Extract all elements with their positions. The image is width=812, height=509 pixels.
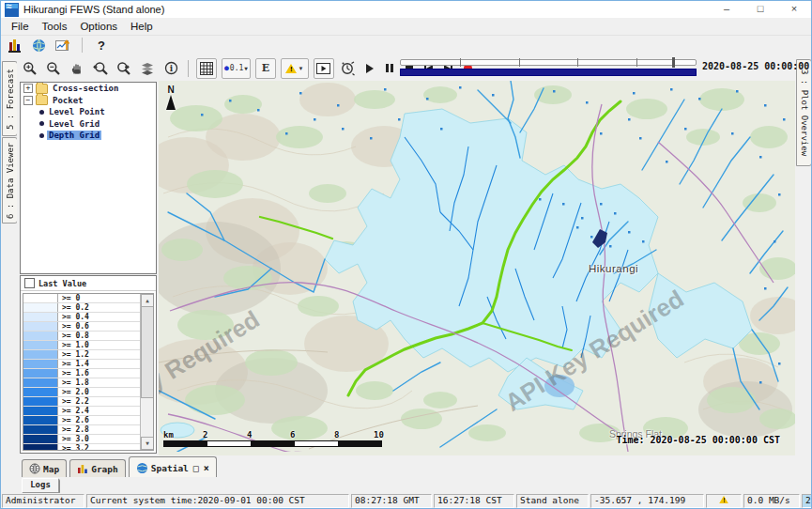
legend-row[interactable]: >= 1.2 [23, 350, 141, 360]
legend-row[interactable]: >= 2.8 [23, 425, 141, 435]
warning-dropdown[interactable]: ▼ [281, 58, 309, 79]
tree-item-level-grid[interactable]: Level Grid [21, 118, 156, 131]
legend-label: >= 1.0 [58, 341, 89, 349]
tree-item-depth-grid[interactable]: Depth Grid [21, 130, 156, 142]
town-label: Hikurangi [589, 263, 638, 274]
legend-label: >= 1.8 [58, 378, 89, 387]
legend-label: >= 2.2 [58, 397, 89, 406]
zoom-next-icon[interactable] [115, 59, 133, 78]
zoom-in-icon[interactable] [21, 59, 39, 78]
map-canvas[interactable] [159, 81, 795, 452]
menu-tools[interactable]: Tools [36, 20, 74, 33]
expand-icon[interactable]: + [23, 84, 33, 93]
legend-row[interactable]: >= 2.4 [23, 407, 141, 416]
status-system-time: Current system time:2020-09-01 00:00 CST [86, 494, 349, 508]
menu-file[interactable]: File [5, 20, 36, 33]
tab-data-viewer[interactable]: 6 : Data Viewer [2, 137, 18, 224]
scroll-down-icon[interactable]: ▼ [141, 437, 154, 450]
legend-row[interactable]: >= 1.4 [23, 360, 141, 369]
tab-graph[interactable]: Graph [69, 459, 126, 477]
tab-spatial[interactable]: Spatial □ × [129, 456, 217, 478]
legend-swatch [23, 444, 58, 451]
map-time-label: Time: 2020-08-25 00:00:00 CST [616, 435, 780, 445]
tab-close-icon[interactable]: × [204, 463, 209, 473]
legend-row[interactable]: >= 3.2 [23, 444, 141, 451]
logs-button[interactable]: Logs [22, 478, 59, 493]
status-gmt-time: 08:27:18 GMT [351, 494, 432, 508]
time-navigator-icon[interactable] [339, 59, 358, 78]
legend-list: >= 0>= 0.2>= 0.4>= 0.6>= 0.8>= 1.0>= 1.2… [23, 294, 141, 450]
legend-swatch [23, 360, 58, 368]
tree-item-level-point[interactable]: Level Point [21, 106, 156, 118]
menu-bar: File Tools Options Help [1, 18, 811, 36]
layer-tree: + Cross-section − Pocket Level Point Lev… [20, 82, 157, 274]
pan-hand-icon[interactable] [68, 59, 86, 78]
legend-swatch [23, 313, 58, 321]
chart-export-icon[interactable] [54, 36, 72, 54]
legend-row[interactable]: >= 1.0 [23, 341, 141, 350]
tab-forecast[interactable]: 5 : Forecast [2, 61, 18, 136]
legend-row[interactable]: >= 0.4 [23, 313, 141, 322]
menu-options[interactable]: Options [73, 20, 124, 33]
collapse-icon[interactable]: − [23, 96, 33, 105]
legend-swatch [23, 350, 58, 359]
interval-dot-icon: ● [224, 64, 229, 72]
play-button[interactable] [362, 61, 377, 76]
interval-dropdown[interactable]: ● 0.1 ▼ [222, 58, 251, 79]
legend-row[interactable]: >= 1.6 [23, 369, 141, 378]
legend-swatch [23, 397, 58, 406]
legend-swatch [23, 425, 58, 434]
timeline-handle[interactable] [672, 57, 675, 68]
status-mode: Stand alone [516, 494, 589, 508]
animation-export-icon[interactable] [314, 58, 334, 79]
legend-row[interactable]: >= 0.8 [23, 332, 141, 341]
scrollbar-thumb[interactable] [141, 306, 154, 398]
classification-button[interactable]: E [255, 58, 276, 79]
zoom-out-icon[interactable] [44, 59, 63, 78]
legend-row[interactable]: >= 0 [23, 294, 141, 303]
layers-panel: + Cross-section − Pocket Level Point Lev… [17, 81, 159, 456]
tree-item-label: Cross-section [51, 84, 120, 93]
status-local-time: 16:27:18 CST [434, 494, 514, 508]
legend-row[interactable]: >= 0.2 [23, 303, 141, 313]
timeline-rail[interactable] [400, 59, 697, 66]
status-warning-cell[interactable] [706, 494, 742, 508]
zoom-previous-icon[interactable] [91, 59, 110, 78]
tab-plot-overview[interactable]: 3 : Plot Overview [796, 59, 812, 166]
tree-item-pocket[interactable]: − Pocket [21, 95, 156, 107]
info-icon[interactable]: i [161, 59, 180, 78]
status-bar: Administrator Current system time:2020-0… [1, 493, 811, 508]
legend-swatch [23, 294, 58, 302]
tab-map[interactable]: Map [22, 459, 67, 477]
scale-unit: km [163, 430, 174, 440]
timeline-slider[interactable] [400, 59, 697, 77]
legend-row[interactable]: >= 1.8 [23, 378, 141, 388]
help-icon[interactable]: ? [92, 36, 111, 54]
grid-icon[interactable] [196, 58, 217, 79]
legend-swatch [23, 322, 58, 331]
legend-row[interactable]: >= 2.6 [23, 416, 141, 425]
archive-icon[interactable] [5, 36, 23, 54]
close-button[interactable]: × [777, 1, 811, 18]
layers-icon[interactable] [138, 59, 157, 78]
legend-scrollbar[interactable]: ▲ ▼ [140, 294, 153, 450]
scroll-up-icon[interactable]: ▲ [141, 294, 154, 307]
legend-swatch [23, 378, 58, 387]
last-value-checkbox[interactable] [24, 278, 35, 288]
menu-help[interactable]: Help [124, 20, 160, 33]
folder-open-icon [36, 95, 48, 105]
legend-row[interactable]: >= 3.0 [23, 435, 141, 444]
maximize-button[interactable]: □ [743, 1, 777, 18]
pause-button[interactable] [382, 61, 397, 76]
legend-row[interactable]: >= 2.2 [23, 397, 141, 407]
legend-label: >= 2.8 [58, 425, 89, 434]
minimize-button[interactable]: – [710, 1, 743, 18]
legend-row[interactable]: >= 0.6 [23, 322, 141, 332]
globe-icon[interactable] [29, 36, 48, 54]
map-view[interactable]: API Key Required API Key Required N Hiku… [159, 81, 795, 456]
legend-header: Last Value [21, 276, 156, 291]
legend-row[interactable]: >= 2.0 [23, 388, 141, 397]
tab-restore-icon[interactable]: □ [193, 463, 199, 473]
node-bullet-icon [39, 110, 44, 115]
svg-text:i: i [169, 64, 173, 73]
